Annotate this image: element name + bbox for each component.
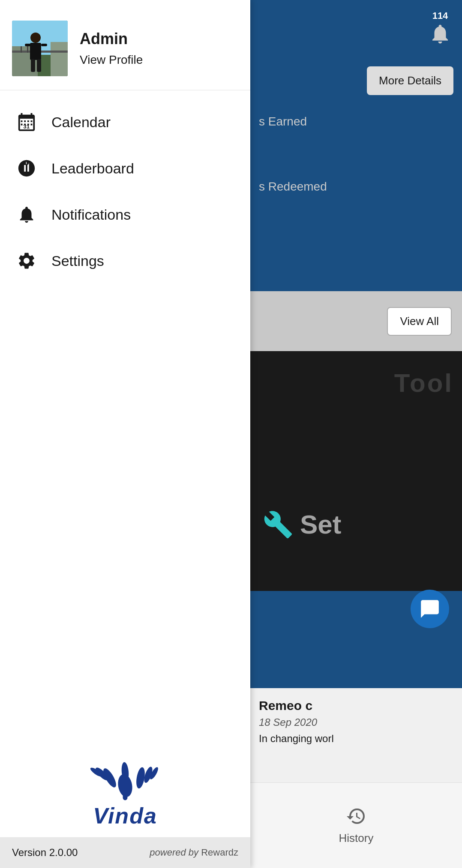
profile-section: Admin View Profile [0,0,250,90]
chat-fab-button[interactable] [411,590,449,628]
sidebar-item-notifications[interactable]: Notifications [0,191,250,238]
calendar-icon: 31 [15,111,38,133]
view-all-button[interactable]: View All [387,307,452,336]
version-text: Version 2.0.00 [12,847,78,859]
settings-icon [15,250,38,272]
vinda-brand-name: Vinda [93,803,157,829]
svg-rect-5 [21,46,22,53]
sidebar-item-calendar[interactable]: 31 Calendar [0,99,250,145]
notification-count: 114 [432,10,448,21]
svg-rect-11 [41,44,47,46]
settings-label: Settings [51,253,104,269]
card-date: 18 Sep 2020 [259,716,453,728]
dark-image-area: Tool Set [250,351,462,591]
svg-rect-6 [27,46,28,53]
notification-area[interactable]: 114 [429,10,452,47]
sidebar-item-settings[interactable]: Settings [0,238,250,284]
dark-image-icon-area: Set [263,509,341,540]
notifications-label: Notifications [51,206,131,223]
profile-info: Admin View Profile [80,30,143,67]
svg-rect-12 [31,59,35,72]
nav-menu: 31 Calendar 1 Leaderboard N [0,90,250,741]
svg-rect-10 [25,44,31,46]
history-label: History [339,832,374,845]
avatar-image [12,21,68,76]
svg-rect-13 [37,59,41,72]
svg-rect-2 [51,42,68,76]
chat-icon [419,598,441,620]
dark-image-top-text: Tool [394,368,453,398]
svg-rect-25 [123,793,128,800]
powered-by-brand: Rewardz [201,847,238,858]
bell-icon[interactable] [429,22,452,47]
more-details-button[interactable]: More Details [367,66,453,95]
card-body: In changing worl [259,733,453,745]
svg-point-8 [30,33,41,43]
vinda-logo: Vinda [87,758,164,829]
powered-by-text: powered by Rewardz [150,847,238,858]
view-profile-link[interactable]: View Profile [80,53,143,67]
calendar-label: Calendar [51,114,111,131]
history-bar[interactable]: History [250,782,462,868]
svg-text:31: 31 [23,123,30,130]
view-all-section: View All [250,291,462,351]
history-icon [346,806,366,828]
card-title: Remeo c [259,698,453,713]
vinda-logo-icon [87,758,164,801]
svg-rect-9 [30,43,41,60]
bottom-card: Remeo c 18 Sep 2020 In changing worl [250,688,462,782]
profile-name: Admin [80,30,143,48]
avatar[interactable] [12,21,68,76]
points-earned-label: s Earned [259,115,307,128]
points-redeemed-label: s Redeemed [259,180,327,194]
brand-logo-area: Vinda [0,741,250,837]
navigation-drawer: Admin View Profile 31 Calendar 1 [0,0,250,868]
avatar-svg [12,21,68,76]
drawer-footer: Version 2.0.00 powered by Rewardz [0,837,250,868]
svg-text:1: 1 [25,161,27,165]
notifications-icon [15,203,38,226]
sidebar-item-leaderboard[interactable]: 1 Leaderboard [0,145,250,191]
leaderboard-label: Leaderboard [51,160,134,177]
app-background: 114 More Details s Earned s Redeemed Vie… [250,0,462,868]
dark-image-middle-text: Set [300,509,341,540]
tools-icon [263,510,293,540]
leaderboard-icon: 1 [15,157,38,179]
